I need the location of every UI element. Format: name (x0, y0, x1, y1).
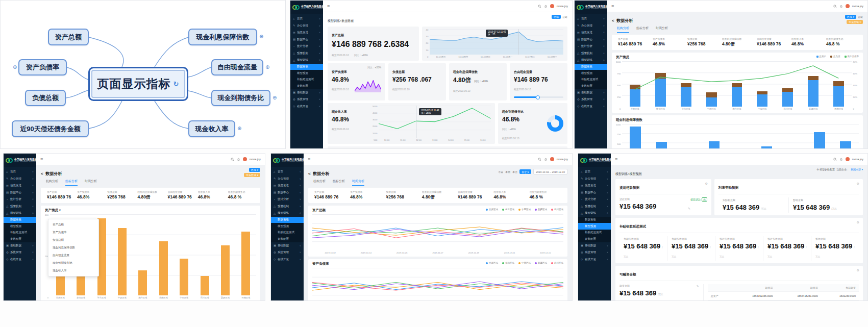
sidebar-item[interactable]: ⚙ 系统管理 ∨ (4, 249, 36, 256)
gear-icon[interactable]: ⚙ (857, 182, 859, 185)
dropdown-option[interactable]: 现金收入率 (50, 267, 97, 274)
sidebar-item-model-training[interactable]: △ 模型训练 ∧ (290, 57, 323, 64)
sidebar-item[interactable]: ▤ 数据中心 ∨ (4, 189, 36, 196)
sidebar-subitem[interactable]: 补贴延迟测试 (575, 77, 607, 83)
legend-item[interactable]: 张北区域 (502, 208, 514, 211)
sidebar-subitem[interactable]: 数据看板 (578, 217, 611, 223)
sidebar-item[interactable]: ⌂ 首页 ∨ (271, 168, 304, 175)
selected-region-chip[interactable]: 华东区域 ▾ (244, 173, 260, 177)
user-avatar[interactable] (846, 157, 850, 161)
sidebar-item[interactable]: ▣ 基础数据 ∨ (290, 89, 323, 96)
sidebar-subitem[interactable]: 参数配置 (290, 83, 323, 89)
dropdown-option[interactable]: 资产负债率 (50, 229, 97, 236)
dropdown-option[interactable]: 现金到期债务比 (50, 259, 97, 267)
sidebar-item[interactable]: △ 预警机制 ∨ (578, 203, 611, 210)
bell-icon[interactable] (839, 5, 843, 8)
mindmap-center-node[interactable]: 页面显示指标 ↻ (88, 67, 188, 101)
sidebar-subitem[interactable]: 模型预测 (578, 223, 611, 230)
tab-org-analysis[interactable]: 机构分析 (313, 179, 326, 186)
user-name[interactable]: mona.joy (557, 158, 568, 161)
sidebar-item[interactable]: △ 预警机制 ∨ (575, 50, 607, 57)
back-chevron[interactable]: < (41, 171, 43, 176)
legend-item[interactable]: 资产负债率 (845, 55, 859, 58)
search-icon[interactable] (538, 5, 541, 8)
sidebar-subitem[interactable]: 参数配置 (575, 83, 607, 89)
tab-time-analysis[interactable]: 时间分析 (656, 26, 668, 33)
legend-item[interactable]: 宁夏区域 (518, 262, 531, 264)
sidebar-item[interactable]: ✉ 信息发送 ∨ (575, 29, 607, 36)
dropdown-option[interactable]: 资产总额 (50, 221, 97, 229)
tab-indicator-analysis[interactable]: 指标分析 (333, 179, 345, 186)
sidebar-item[interactable]: ✉ 信息发送 ∨ (4, 182, 36, 189)
sidebar-subitem[interactable]: 参数配置 (578, 236, 611, 242)
sidebar-subitem[interactable]: 参数配置 (271, 236, 304, 242)
sidebar-item[interactable]: ◇ 在线开发 ∨ (271, 256, 304, 263)
user-name[interactable]: mona.joy (557, 5, 568, 8)
sidebar-subitem[interactable]: 模型预测 (4, 223, 36, 230)
sidebar-item[interactable]: ▤ 数据中心 ∨ (271, 189, 304, 196)
tab-org-analysis[interactable]: 机构分析 (617, 26, 629, 33)
sidebar-item[interactable]: ✎ 办公管理 ∨ (271, 175, 304, 183)
search-icon[interactable] (833, 5, 837, 8)
company-toggle[interactable]: 公司 (858, 15, 863, 18)
sidebar-item[interactable]: ⚙ 系统管理 ∨ (290, 96, 323, 103)
sidebar-item[interactable]: ⌂ 首页 ∨ (578, 168, 611, 175)
slider-handle[interactable] (536, 95, 540, 99)
legend-item[interactable]: 张北区域 (502, 262, 514, 264)
legend-item[interactable]: 新疆区域 (535, 262, 547, 264)
mindmap-node-free-cash[interactable]: 自由现金流量 (211, 59, 263, 76)
expand-icon[interactable]: ⊕ (237, 126, 241, 131)
dropdown-option[interactable]: 自由现金流量 (50, 251, 97, 259)
mindmap-node-debt-total[interactable]: 负债总额 (25, 90, 66, 106)
gear-icon[interactable]: ⚙ (705, 182, 708, 185)
user-name[interactable]: mona.joy (250, 158, 261, 161)
tab-indicator-analysis[interactable]: 指标分析 (636, 26, 649, 33)
search-icon[interactable] (833, 158, 837, 161)
sidebar-item[interactable]: ▣ 基础数据 ∨ (578, 242, 611, 249)
bell-icon[interactable] (839, 158, 843, 161)
mindmap-node-cash-income[interactable]: 现金收入率 (188, 120, 235, 137)
sidebar-item[interactable]: ◔ 统计分析 ∨ (271, 196, 304, 203)
sidebar-item[interactable]: ◔ 统计分析 ∨ (4, 196, 36, 203)
user-avatar[interactable] (550, 157, 554, 161)
hamburger-menu-icon[interactable]: ≡ (308, 157, 310, 162)
expand-icon[interactable]: ⊕ (272, 95, 277, 100)
debt-ratio-multiline-chart[interactable] (312, 268, 563, 300)
sidebar-subitem[interactable]: 模型预测 (290, 70, 323, 77)
mindmap-node-debt-ratio[interactable]: 资产负债率 (18, 59, 67, 76)
sidebar-item[interactable]: ▤ 数据中心 ∨ (575, 36, 607, 43)
search-icon[interactable] (538, 158, 541, 161)
asset-overview-stacked-chart[interactable] (622, 61, 851, 107)
expand-icon[interactable]: ⊕ (265, 65, 269, 70)
sidebar-item-model-training[interactable]: △ 模型训练 ∧ (578, 210, 611, 217)
sidebar-subitem[interactable]: 参数配置 (4, 236, 36, 242)
legend-item[interactable]: 四川区域 (551, 208, 563, 211)
sidebar-item-model-training[interactable]: △ 模型训练 ∧ (4, 210, 36, 217)
back-chevron[interactable]: < (308, 171, 311, 176)
edit-icon[interactable]: ✎ (697, 284, 699, 288)
current-company-select[interactable]: 集团本部 ▾ (851, 168, 863, 171)
bell-icon[interactable] (544, 158, 548, 161)
section-title-dropdown[interactable]: 资产情况 ▾ (45, 208, 256, 213)
region-chip[interactable]: 区域 ▾ (845, 15, 856, 19)
sidebar-item[interactable]: ⌂ 首页 ∨ (4, 168, 36, 175)
sidebar-item[interactable]: ✉ 信息发送 ∨ (578, 182, 611, 189)
sidebar-item[interactable]: ◇ 在线开发 ∨ (4, 256, 36, 263)
user-avatar[interactable] (550, 4, 554, 8)
region-chip[interactable]: 区域 (552, 15, 561, 19)
sidebar-item[interactable]: ✉ 信息发送 ∨ (271, 182, 304, 189)
asset-trend-area-chart[interactable]: 2019-07-12 11:43 值：25 (430, 29, 563, 55)
sidebar-item-model-training[interactable]: △ 模型训练 ∧ (271, 210, 304, 217)
hamburger-menu-icon[interactable]: ≡ (40, 157, 43, 162)
hamburger-menu-icon[interactable]: ≡ (615, 157, 617, 162)
sidebar-item[interactable]: ⌂ 首页 ∨ (575, 15, 607, 22)
tab-indicator-analysis[interactable]: 指标分析 (65, 179, 78, 186)
search-icon[interactable] (231, 158, 234, 161)
sidebar-subitem[interactable]: 补贴延迟测试 (271, 230, 304, 236)
sidebar-item[interactable]: △ 预警机制 ∨ (290, 50, 323, 57)
dropdown-option[interactable]: 现金利息保障倍数 (50, 244, 97, 251)
sidebar-item[interactable]: ✎ 办公管理 ∨ (575, 22, 607, 30)
bell-icon[interactable] (544, 5, 548, 8)
sidebar-item[interactable]: ▤ 数据中心 ∨ (578, 189, 611, 196)
filter-this-week[interactable]: 本周 (505, 170, 510, 173)
